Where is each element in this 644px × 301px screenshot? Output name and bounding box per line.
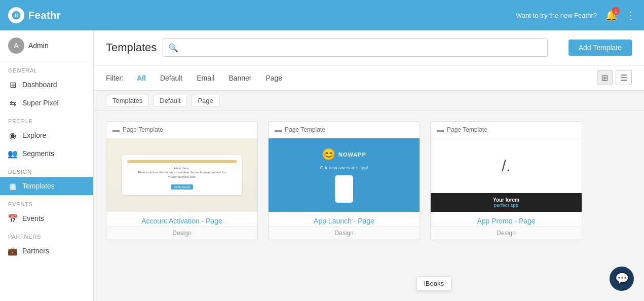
logo-area: Feathr (8, 7, 61, 23)
notification-button[interactable]: 🔔 1 (605, 9, 618, 21)
breadcrumb-default[interactable]: Default (153, 95, 187, 106)
dashboard-icon: ⊞ (8, 80, 17, 89)
thumb-bar (127, 160, 237, 163)
sidebar: A Admin General ⊞ Dashboard ⇆ Super Pixe… (0, 30, 94, 301)
filter-item-default[interactable]: Default (153, 72, 190, 84)
view-toggles: ⊞ ☰ (597, 70, 632, 85)
tooltip-popup: iBooks (416, 276, 451, 291)
explore-icon: ◉ (8, 131, 17, 140)
events-icon: 📅 (8, 214, 17, 223)
thumb-top: /. (431, 138, 582, 193)
sidebar-item-superpixel[interactable]: ⇆ Super Pixel (0, 94, 93, 112)
page-title: Templates (106, 41, 157, 54)
template-card-app-promo[interactable]: ▬ Page Template /. Your lorem perfect ap… (430, 121, 582, 240)
sidebar-item-label: Templates (22, 182, 55, 190)
breadcrumb-templates[interactable]: Templates (106, 95, 149, 106)
card-type-text: Page Template (447, 126, 487, 133)
section-label-design: Design (0, 163, 93, 177)
section-label-partners: Partners (0, 228, 93, 242)
page-header: Templates 🔍 Add Template (94, 30, 644, 65)
thumb-bottom: Your lorem perfect app (431, 193, 582, 212)
template-card-account-activation[interactable]: ▬ Page Template Hello there,Please click… (106, 121, 258, 240)
thumb-logo: 😊 NOWAPP (322, 148, 366, 161)
logo-icon (8, 7, 24, 23)
thumb-title: Your lorem (435, 197, 578, 203)
segments-icon: 👥 (8, 149, 17, 158)
thumb-cta: Verify Email (171, 184, 193, 190)
filter-label: Filter: (106, 74, 124, 82)
filter-item-page[interactable]: Page (258, 72, 289, 84)
card-name: Account Activation - Page (106, 212, 257, 226)
filter-item-email[interactable]: Email (190, 72, 221, 84)
nowapp-label: NOWAPP (338, 152, 366, 158)
templates-grid: ▬ Page Template Hello there,Please click… (94, 111, 644, 250)
main-layout: A Admin General ⊞ Dashboard ⇆ Super Pixe… (0, 30, 644, 301)
page-template-icon: ▬ (112, 126, 120, 134)
thumb-app-launch: 😊 NOWAPP Our new awesome app! (269, 138, 420, 212)
sidebar-item-dashboard[interactable]: ⊞ Dashboard (0, 76, 93, 94)
logo-text: Feathr (28, 10, 61, 21)
list-view-button[interactable]: ☰ (616, 70, 632, 85)
card-type-label: ▬ Page Template (106, 122, 257, 138)
add-template-button[interactable]: Add Template (569, 40, 632, 56)
card-meta: Design (431, 226, 582, 240)
thumb-account-activation: Hello there,Please click on the button t… (106, 138, 257, 212)
template-card-app-launch[interactable]: ▬ Page Template 😊 NOWAPP Our new awesome… (268, 121, 420, 240)
thumb-app-promo: /. Your lorem perfect app (431, 138, 582, 212)
card-name: App Launch - Page (269, 212, 420, 226)
sidebar-item-templates[interactable]: ▦ Templates (0, 177, 93, 195)
thumb-inner: Hello there,Please click on the button t… (122, 155, 242, 195)
chat-icon: 💬 (615, 272, 629, 285)
card-type-label: ▬ Page Template (269, 122, 420, 138)
card-type-text: Page Template (285, 126, 325, 133)
sidebar-item-explore[interactable]: ◉ Explore (0, 126, 93, 144)
search-button[interactable]: 🔍 (163, 43, 183, 53)
breadcrumb-page[interactable]: Page (191, 95, 219, 106)
card-meta: Design (269, 226, 420, 240)
card-thumbnail: /. Your lorem perfect app (431, 138, 582, 212)
search-bar: 🔍 (163, 39, 548, 57)
user-name: Admin (28, 42, 49, 50)
filter-bar: Filter: All Default Email Banner Page ⊞ … (94, 65, 644, 91)
filter-item-all[interactable]: All (130, 72, 153, 84)
content-area: Templates 🔍 Add Template Filter: All Def… (94, 30, 644, 301)
grid-view-button[interactable]: ⊞ (597, 70, 613, 85)
sidebar-item-partners[interactable]: 💼 Partners (0, 242, 93, 260)
header-right: Want to try the new Feathr? 🔔 1 ⋮ (516, 9, 636, 21)
thumb-subtitle: perfect app (435, 203, 578, 208)
more-options-button[interactable]: ⋮ (626, 9, 636, 21)
notification-badge: 1 (612, 7, 620, 15)
card-meta: Design (106, 226, 257, 240)
section-label-people: People (0, 112, 93, 126)
sidebar-item-label: Segments (22, 149, 54, 158)
sidebar-item-label: Partners (22, 247, 49, 255)
sidebar-item-label: Dashboard (22, 81, 57, 89)
superpixel-icon: ⇆ (8, 98, 17, 107)
sidebar-item-events[interactable]: 📅 Events (0, 209, 93, 228)
sidebar-user: A Admin (0, 30, 93, 61)
sidebar-item-segments[interactable]: 👥 Segments (0, 144, 93, 163)
section-label-general: General (0, 61, 93, 76)
filter-item-banner[interactable]: Banner (221, 72, 258, 84)
avatar: A (8, 37, 24, 54)
page-template-icon: ▬ (437, 126, 444, 134)
thumb-tagline: Our new awesome app! (320, 165, 368, 170)
page-template-icon: ▬ (275, 126, 282, 134)
search-input[interactable] (183, 44, 547, 52)
thumb-phone (335, 175, 353, 203)
card-thumbnail: Hello there,Please click on the button t… (106, 138, 257, 212)
section-label-events: Events (0, 195, 93, 209)
header-promo-text: Want to try the new Feathr? (516, 12, 597, 19)
card-type-label: ▬ Page Template (431, 122, 582, 138)
partners-icon: 💼 (8, 246, 17, 255)
thumb-text: Hello there,Please click on the button t… (127, 166, 237, 179)
top-header: Feathr Want to try the new Feathr? 🔔 1 ⋮ (0, 0, 644, 30)
tooltip-text: iBooks (424, 280, 444, 287)
sidebar-item-label: Super Pixel (22, 99, 59, 107)
card-name: App Promo - Page (431, 212, 582, 226)
card-thumbnail: 😊 NOWAPP Our new awesome app! (269, 138, 420, 212)
card-type-text: Page Template (123, 126, 163, 133)
nowapp-icon: 😊 (322, 148, 335, 161)
chat-bubble[interactable]: 💬 (610, 267, 634, 291)
sidebar-item-label: Explore (22, 131, 46, 139)
